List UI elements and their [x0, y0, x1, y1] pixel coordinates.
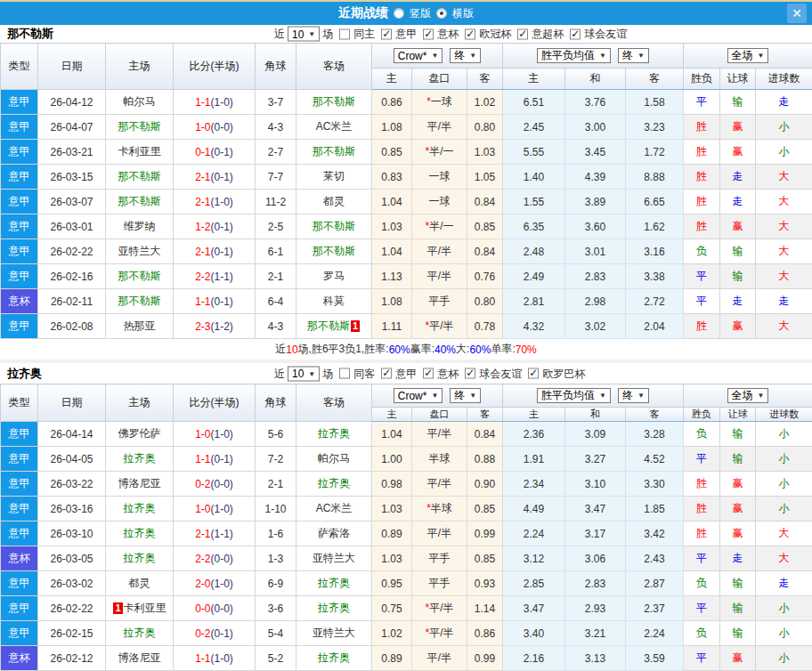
league-type-badge: 意杯 [1, 646, 38, 671]
summary-part: 60% [469, 344, 491, 356]
handicap-odds-home: 0.83 [372, 165, 412, 190]
column-header: 类型 [1, 44, 38, 90]
wdl-average-select[interactable]: 胜平负均值▼ [537, 48, 611, 63]
league-checkbox-意杯[interactable] [423, 28, 434, 39]
league-checkbox-欧罗巴杯[interactable] [528, 368, 539, 379]
vertical-layout-label: 竖版 [410, 6, 431, 21]
odds-win: 2.81 [503, 289, 565, 314]
league-checkbox-意超杯[interactable] [517, 28, 528, 39]
odds-win: 2.36 [503, 422, 565, 447]
final-odds-select[interactable]: 终▼ [450, 48, 481, 63]
result-wdl: 平 [684, 447, 720, 472]
score: 1-1(1-0) [174, 646, 256, 671]
odds-lose: 3.28 [626, 422, 684, 447]
chevron-down-icon: ▼ [431, 52, 438, 60]
home-team: 那不勒斯 [106, 115, 174, 140]
league-type-badge: 意甲 [1, 264, 38, 289]
team-name-text: 拉齐奥 [124, 527, 156, 539]
column-header: 角球 [256, 44, 296, 90]
bookmaker-select[interactable]: Crow*▼ [394, 48, 443, 63]
odds-draw: 3.02 [565, 314, 626, 339]
horizontal-layout-radio[interactable] [436, 8, 447, 19]
team-name-text: 拉齐奥 [318, 477, 350, 489]
odds-lose: 8.88 [626, 165, 684, 190]
league-checkbox-意甲[interactable] [381, 368, 392, 379]
handicap-odds-away: 0.76 [467, 264, 503, 289]
odds-win: 2.24 [503, 521, 565, 546]
odds-draw: 3.00 [565, 115, 626, 140]
league-checkbox-意杯[interactable] [423, 368, 434, 379]
match-date: 26-02-11 [38, 289, 106, 314]
handicap-odds-away: 0.85 [467, 497, 503, 521]
section-filter-row: 拉齐奥近10▼场同客意甲意杯球会友谊欧罗巴杯 [0, 363, 812, 384]
league-type-badge: 意甲 [1, 140, 38, 165]
scope-select[interactable]: 全场▼ [727, 388, 769, 403]
vertical-layout-radio[interactable] [394, 8, 404, 19]
handicap-odds-away: 0.99 [467, 521, 503, 546]
handicap-odds-home: 1.03 [372, 497, 412, 521]
match-count-select[interactable]: 10▼ [288, 366, 320, 381]
result-handicap: 走 [720, 165, 756, 190]
team-name-text: 莱切 [323, 170, 345, 182]
close-icon[interactable]: ✕ [787, 4, 807, 23]
halftime-score: (0-0) [211, 553, 233, 565]
corner-score: 2-7 [256, 140, 296, 165]
league-checkbox-欧冠杯[interactable] [465, 28, 475, 39]
odds-draw: 3.21 [565, 621, 626, 646]
odds-lose: 6.65 [626, 190, 684, 214]
team-name-text: 拉齐奥 [124, 452, 156, 465]
final-odds-select-value: 终 [454, 48, 465, 63]
same-venue-checkbox[interactable] [339, 368, 350, 379]
corner-score: 3-6 [256, 596, 296, 621]
table-row: 意甲26-03-21卡利亚里0-1(0-1)2-7那不勒斯0.85*半/一1.0… [1, 140, 812, 165]
same-venue-checkbox[interactable] [339, 28, 350, 39]
result-handicap: 输 [720, 90, 756, 115]
scope-select[interactable]: 全场▼ [727, 48, 769, 63]
subcolumn-header: 和 [565, 408, 626, 422]
corner-score: 2-1 [256, 472, 296, 497]
odds-win: 2.34 [503, 472, 565, 497]
near-label: 近 [274, 27, 285, 42]
result-goals: 走 [756, 289, 812, 314]
wdl-final-select[interactable]: 终▼ [618, 48, 649, 63]
bookmaker-select[interactable]: Crow*▼ [394, 388, 443, 403]
away-team: AC米兰 [296, 497, 372, 521]
team-name-text: 卡利亚里 [124, 602, 166, 614]
league-label: 意甲 [395, 366, 417, 381]
handicap-odds-home: 1.03 [372, 546, 412, 571]
fulltime-score: 0-2 [195, 627, 210, 640]
result-group: 全场▼ [684, 44, 812, 69]
result-wdl: 负 [684, 621, 720, 646]
bookmaker-odds-group: Crow*▼终▼ [372, 384, 503, 408]
chevron-down-icon: ▼ [599, 392, 606, 400]
subcolumn-header: 盘口 [412, 69, 467, 90]
summary-part: 场,胜6平3负1, [298, 342, 365, 357]
league-checkbox-球会友谊[interactable] [465, 368, 475, 379]
corner-score: 3-7 [256, 90, 296, 115]
odds-win: 5.55 [503, 140, 565, 165]
away-team: 罗马 [296, 264, 372, 289]
league-label: 意杯 [437, 27, 459, 42]
wdl-average-select[interactable]: 胜平负均值▼ [537, 388, 611, 403]
table-row: 意杯26-02-11那不勒斯1-1(0-1)6-4科莫1.08平手0.802.8… [1, 289, 812, 314]
result-handicap: 赢 [720, 314, 756, 339]
result-goals: 小 [756, 497, 812, 521]
subcolumn-header: 客 [626, 408, 684, 422]
handicap-line: 平/半 [412, 422, 467, 447]
result-wdl: 胜 [684, 165, 720, 190]
league-checkbox-球会友谊[interactable] [570, 28, 581, 39]
wdl-final-select[interactable]: 终▼ [618, 388, 649, 403]
corner-score: 1-6 [256, 521, 296, 546]
league-label: 球会友谊 [479, 366, 522, 381]
league-checkbox-意甲[interactable] [381, 28, 392, 39]
match-count-select[interactable]: 10▼ [288, 27, 320, 42]
odds-win: 2.48 [503, 239, 565, 264]
odds-draw: 3.17 [565, 521, 626, 546]
final-odds-select[interactable]: 终▼ [450, 388, 481, 403]
league-type-badge: 意甲 [1, 472, 38, 497]
away-team: 那不勒斯 [296, 90, 372, 115]
result-handicap: 走 [720, 289, 756, 314]
team-name-text: 帕尔马 [318, 452, 350, 465]
chevron-down-icon: ▼ [469, 52, 476, 60]
match-date: 26-02-08 [38, 314, 106, 339]
